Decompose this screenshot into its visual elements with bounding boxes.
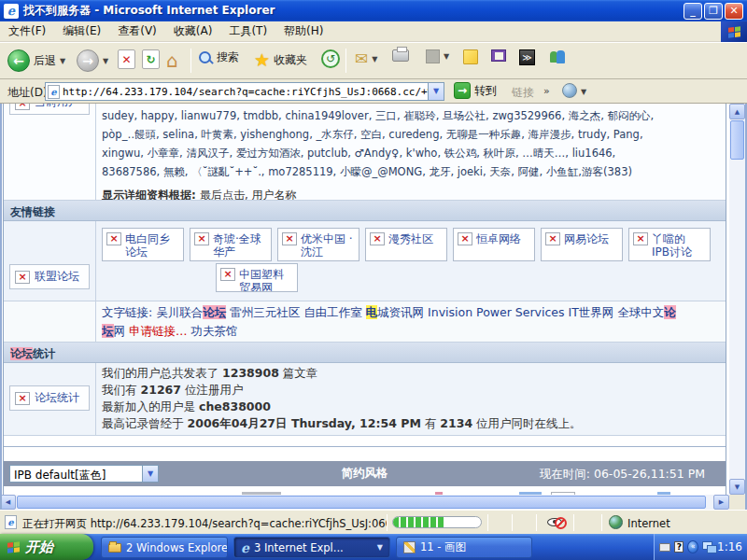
user-list-line[interactable]: 83687586, 無赖, 〈˘謎亂˘++˘., mo7285119, 小矇@_… [102, 162, 720, 181]
maximize-button[interactable]: ❐ [704, 3, 723, 20]
address-dropdown-icon[interactable]: ▼ [428, 83, 444, 100]
broken-image-icon [15, 392, 30, 405]
table-bottom-border [4, 436, 726, 447]
address-input[interactable]: e http://64.233.179.104/search?q=cache:r… [45, 82, 444, 101]
address-label: 地址(D) [7, 85, 48, 101]
links-chevron-icon[interactable]: » [543, 85, 550, 97]
menu-view[interactable]: 查看(V) [109, 21, 165, 42]
stats-box[interactable]: 论坛统计 [9, 385, 90, 411]
download-tool-button[interactable]: ≫ [519, 49, 535, 65]
print-button[interactable] [392, 49, 409, 62]
friend-link-box[interactable]: 丫噹的 IPB讨论 [628, 228, 711, 261]
internet-zone-label: Internet [627, 517, 670, 530]
favorites-star-icon: ★ [254, 49, 270, 70]
scroll-right-icon[interactable]: ▶ [713, 495, 729, 510]
address-url: http://64.233.179.104/search?q=cache:riY… [63, 86, 442, 98]
vertical-scroll-thumb[interactable] [730, 120, 744, 160]
text-links-line[interactable]: 文字链接: 吴川联合论坛 雷州三元社区 自由工作室 电城资讯网 Invision… [102, 303, 720, 322]
current-users-box[interactable]: 当前用户 [9, 104, 90, 115]
vertical-scrollbar[interactable]: ▲ ▼ [729, 104, 745, 495]
keyboard-tray-icon[interactable] [659, 543, 670, 552]
taskbar-item-explorer[interactable]: 2 Windows Explorer ▼ [101, 537, 228, 558]
favorites-button[interactable]: ★ 收藏夹 [254, 49, 307, 70]
status-loading-text: 正在打开网页 http://64.233.179.104/search?q=ca… [22, 517, 387, 531]
close-button[interactable]: ✕ [725, 3, 743, 20]
history-button[interactable]: ↺ [321, 49, 340, 68]
friend-link-box[interactable]: 优米中国 ·沈江 [277, 228, 359, 261]
skin-select-dropdown-icon[interactable]: ▼ [142, 466, 158, 482]
forward-dropdown-icon[interactable]: ▼ [103, 57, 108, 65]
network-tray-icon[interactable] [702, 541, 713, 553]
friend-link-box[interactable]: 漫秀社区 [365, 228, 447, 261]
menu-file[interactable]: 文件(F) [0, 21, 54, 42]
current-time: 现在时间: 06-05-26,11:51 PM [540, 467, 705, 483]
menu-edit[interactable]: 编辑(E) [54, 21, 109, 42]
window-border-left [0, 104, 2, 510]
search-icon [198, 50, 213, 65]
refresh-button[interactable]: ↻ [142, 49, 160, 69]
hide-icons-chevron-icon[interactable]: « [687, 540, 698, 553]
friend-links-header: 友情链接 [4, 201, 726, 221]
browser-viewport: 当前用户 sudey, happy, lianwu779, tmdbb, chi… [0, 104, 729, 495]
back-button[interactable]: ← 后退 ▼ [7, 49, 65, 72]
broken-image-icon [545, 232, 560, 245]
horizontal-scroll-thumb[interactable] [17, 496, 706, 509]
user-list-line[interactable]: pòp_‥饅頭, selina, 叶黄素, yishenghong, _水东仔,… [102, 125, 720, 144]
stat-members: 我们有 21267 位注册用户 [102, 382, 720, 399]
text-links-row: 文字链接: 吴川联合论坛 雷州三元社区 自由工作室 电城资讯网 Invision… [4, 301, 726, 343]
group-dropdown-icon[interactable]: ▼ [377, 543, 383, 552]
start-button[interactable]: 开始 [0, 534, 93, 560]
taskbar-clock: 1:16 [717, 540, 742, 553]
text-links-line[interactable]: 坛网 申请链接… 功夫茶馆 [102, 322, 720, 341]
toolbar: ← 后退 ▼ → ▼ ✕ ↻ ⌂ 搜索 ★ 收藏夹 ↺ ✉ [0, 42, 747, 79]
history-icon: ↺ [321, 49, 340, 68]
menu-help[interactable]: 帮助(H) [275, 21, 331, 42]
footer-bar: IPB default[蓝色] ▼ 简约风格 现在时间: 06-05-26,11… [4, 461, 726, 486]
friend-link-box[interactable]: 恒卓网络 [453, 228, 535, 261]
user-list-line[interactable]: xingwu, 小章章, 清风汉子, 爱过方知酒浓, putclub, ♂And… [102, 144, 720, 162]
messenger-icon [549, 49, 566, 64]
go-button[interactable]: → 转到 [454, 82, 497, 99]
mail-dropdown-icon[interactable]: ▼ [372, 55, 377, 63]
broken-image-icon [633, 232, 648, 245]
minimize-button[interactable]: _ [684, 3, 702, 20]
scroll-left-icon[interactable]: ◀ [0, 495, 16, 510]
discuss-button[interactable] [463, 49, 478, 64]
user-list-line[interactable]: sudey, happy, lianwu779, tmdbb, china194… [102, 106, 720, 125]
taskbar-item-ie[interactable]: e 3 Internet Expl... ▼ [233, 537, 390, 558]
clipped-footer-strip [4, 486, 726, 495]
taskbar-item-paint[interactable]: 11 - 画图 [396, 537, 532, 558]
print-icon [392, 49, 409, 62]
edit-button[interactable]: ▼ [426, 49, 449, 63]
forward-button[interactable]: → ▼ [77, 49, 108, 72]
horizontal-scrollbar[interactable]: ◀ ▶ [0, 495, 729, 510]
research-button[interactable] [491, 49, 506, 62]
menu-favorites[interactable]: 收藏(A) [165, 21, 221, 42]
skin-select[interactable]: IPB default[蓝色] ▼ [9, 465, 159, 483]
note-icon [463, 49, 478, 64]
stats-sidebar: 论坛统计 [4, 363, 96, 435]
mail-button[interactable]: ✉ ▼ [355, 49, 377, 68]
alliance-sidebar: 联盟论坛 [4, 221, 96, 301]
links-label[interactable]: 链接 [512, 85, 534, 101]
zone-globe-icon [562, 83, 577, 98]
internet-zone-globe-icon [609, 515, 623, 529]
scroll-up-icon[interactable]: ▲ [729, 104, 745, 119]
friend-link-box[interactable]: 电白同乡 论坛 [102, 228, 184, 261]
search-button[interactable]: 搜索 [198, 49, 239, 65]
zone-dropdown-icon[interactable]: ▼ [581, 88, 586, 96]
windows-brand-logo [721, 21, 747, 42]
messenger-button[interactable] [549, 49, 566, 64]
privacy-eye-icon[interactable] [547, 518, 562, 526]
help-tray-icon[interactable]: ? [674, 541, 684, 553]
scroll-down-icon[interactable]: ▼ [729, 479, 745, 495]
home-button[interactable]: ⌂ [166, 49, 178, 72]
friend-link-box[interactable]: 网易论坛 [541, 228, 623, 261]
alliance-forum-box[interactable]: 联盟论坛 [9, 264, 90, 289]
stop-button[interactable]: ✕ [118, 49, 135, 69]
friend-link-box[interactable]: 中国塑料 贸易网 [216, 263, 298, 292]
edit-dropdown-icon[interactable]: ▼ [444, 52, 449, 61]
menu-tools[interactable]: 工具(T) [220, 21, 275, 42]
friend-link-box[interactable]: 奇琥·全球 华产 [190, 228, 272, 261]
back-dropdown-icon[interactable]: ▼ [60, 57, 65, 65]
